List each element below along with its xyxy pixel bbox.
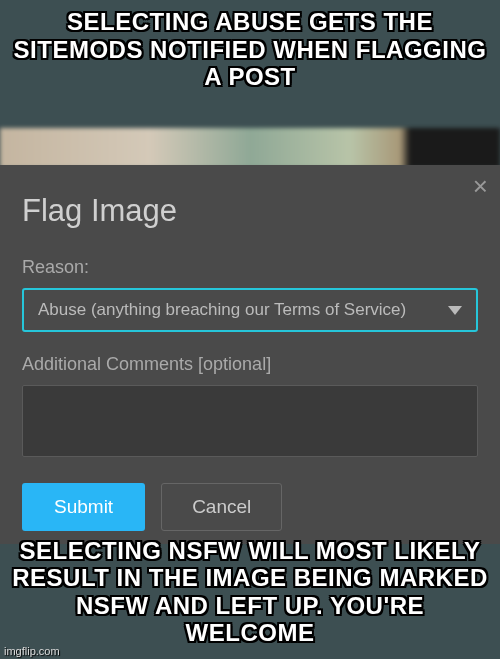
cancel-button[interactable]: Cancel <box>161 483 282 531</box>
reason-selected-text: Abuse (anything breaching our Terms of S… <box>38 300 406 320</box>
reason-label: Reason: <box>22 257 478 278</box>
meme-caption-bottom: SELECTING NSFW WILL MOST LIKELY RESULT I… <box>0 537 500 647</box>
meme-caption-top: SELECTING ABUSE GETS THE SITEMODS NOTIFI… <box>0 8 500 91</box>
comments-label: Additional Comments [optional] <box>22 354 478 375</box>
background-image-strip <box>0 128 500 168</box>
watermark: imgflip.com <box>4 645 60 657</box>
flag-image-dialog: × Flag Image Reason: Abuse (anything bre… <box>0 165 500 544</box>
dialog-title: Flag Image <box>22 193 478 229</box>
button-row: Submit Cancel <box>22 483 478 531</box>
reason-dropdown[interactable]: Abuse (anything breaching our Terms of S… <box>22 288 478 332</box>
close-icon[interactable]: × <box>473 173 488 199</box>
comments-textarea[interactable] <box>22 385 478 457</box>
chevron-down-icon <box>448 306 462 315</box>
submit-button[interactable]: Submit <box>22 483 145 531</box>
